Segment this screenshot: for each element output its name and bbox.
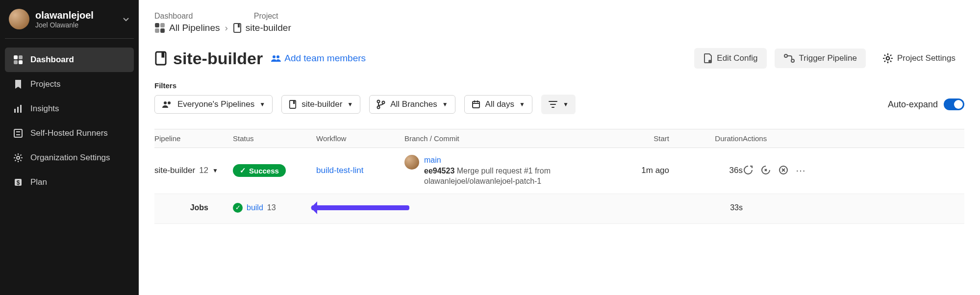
sidebar-item-runners[interactable]: Self-Hosted Runners: [5, 121, 134, 146]
calendar-icon: [472, 100, 480, 109]
branch-link[interactable]: main: [424, 156, 441, 164]
jobs-label: Jobs: [154, 203, 233, 212]
username: olawanlejoel: [35, 10, 116, 21]
svg-point-25: [791, 59, 794, 62]
svg-point-26: [886, 57, 890, 60]
sidebar-item-label: Projects: [30, 79, 60, 89]
sidebar-item-label: Insights: [30, 104, 59, 114]
job-link[interactable]: ✓ build 13: [233, 203, 316, 213]
svg-rect-5: [17, 107, 19, 113]
svg-point-10: [17, 156, 20, 159]
status-badge: ✓ Success: [233, 164, 286, 177]
sidebar-item-label: Organization Settings: [30, 153, 110, 163]
check-circle-icon: ✓: [240, 166, 246, 175]
svg-rect-16: [160, 28, 165, 33]
check-circle-icon: ✓: [233, 203, 243, 213]
job-duration: 33s: [679, 203, 743, 212]
caret-down-icon: ▼: [442, 101, 448, 108]
file-gear-icon: [703, 53, 713, 64]
trigger-pipeline-button[interactable]: Trigger Pipeline: [775, 49, 866, 68]
breadcrumb-labels: Dashboard Project: [154, 12, 964, 21]
auto-expand-toggle[interactable]: [944, 98, 964, 110]
svg-rect-2: [14, 60, 18, 64]
main: Dashboard Project All Pipelines › site-b…: [139, 0, 980, 295]
svg-point-33: [382, 101, 385, 104]
more-icon[interactable]: ⋯: [796, 165, 806, 176]
breadcrumb-project[interactable]: site-builder: [233, 23, 291, 33]
sidebar-item-plan[interactable]: $ Plan: [5, 170, 134, 195]
filter-project[interactable]: site-builder ▼: [281, 95, 360, 114]
filters-label: Filters: [154, 81, 964, 90]
svg-point-24: [784, 54, 787, 57]
rerun-failed-icon[interactable]: [760, 165, 771, 176]
caret-down-icon: ▼: [259, 101, 265, 108]
avatar: [404, 155, 419, 170]
svg-rect-13: [155, 23, 159, 27]
svg-point-31: [377, 100, 380, 103]
sidebar-item-projects[interactable]: Projects: [5, 72, 134, 97]
bookmark-icon: [233, 23, 242, 33]
pipeline-icon: [783, 53, 795, 63]
sidebar: olawanlejoel Joel Olawanle Dashboard Pro…: [0, 0, 139, 295]
commit-hash[interactable]: ee94523: [424, 167, 454, 175]
realname: Joel Olawanle: [35, 21, 116, 29]
grid-icon: [154, 23, 165, 33]
col-status: Status: [233, 134, 316, 143]
user-switcher[interactable]: olawanlejoel Joel Olawanle: [5, 9, 134, 39]
branch-icon: [377, 99, 385, 109]
svg-rect-34: [473, 101, 479, 108]
edit-config-button[interactable]: Edit Config: [694, 48, 766, 69]
breadcrumb-all-pipelines[interactable]: All Pipelines: [154, 23, 220, 33]
caret-down-icon: ▼: [212, 167, 218, 174]
svg-rect-0: [14, 55, 18, 59]
people-icon: [162, 100, 173, 108]
svg-point-21: [273, 55, 276, 58]
dollar-icon: $: [13, 177, 24, 188]
col-pipeline: Pipeline: [154, 134, 233, 143]
pipeline-cell[interactable]: site-builder 12 ▼: [154, 166, 233, 175]
svg-point-23: [708, 60, 711, 63]
filter-days[interactable]: All days ▼: [464, 95, 532, 114]
start-time: 1m ago: [591, 166, 679, 175]
bookmark-icon: [13, 79, 24, 90]
page-title: site-builder: [154, 49, 263, 68]
bookmark-icon: [154, 51, 167, 66]
duration: 36s: [679, 166, 743, 175]
svg-point-27: [164, 101, 167, 104]
svg-rect-3: [19, 60, 23, 64]
svg-rect-30: [293, 100, 295, 104]
col-duration: Duration: [679, 134, 743, 143]
sidebar-item-dashboard[interactable]: Dashboard: [5, 48, 134, 72]
sidebar-item-org-settings[interactable]: Organization Settings: [5, 146, 134, 170]
filter-pipelines[interactable]: Everyone's Pipelines ▼: [154, 95, 273, 114]
breadcrumb: All Pipelines › site-builder: [154, 23, 964, 33]
workflow-link[interactable]: build-test-lint: [316, 166, 363, 175]
svg-point-32: [377, 106, 380, 109]
sidebar-item-label: Self-Hosted Runners: [30, 128, 108, 138]
table-row: site-builder 12 ▼ ✓ Success build-test-l…: [154, 148, 964, 194]
gear-icon: [882, 53, 893, 64]
sidebar-item-label: Dashboard: [30, 55, 74, 65]
bookmark-icon: [289, 100, 297, 109]
col-actions: Actions: [743, 134, 821, 143]
cancel-icon[interactable]: [778, 165, 789, 176]
project-settings-button[interactable]: Project Settings: [874, 48, 964, 69]
svg-rect-6: [20, 105, 22, 113]
filter-branches[interactable]: All Branches ▼: [369, 95, 455, 114]
svg-rect-1: [19, 55, 23, 59]
col-workflow: Workflow: [316, 134, 404, 143]
svg-rect-15: [155, 28, 159, 33]
rerun-icon[interactable]: [743, 165, 754, 176]
filter-more[interactable]: ▼: [541, 95, 576, 114]
chart-icon: [13, 103, 24, 114]
svg-text:$: $: [17, 179, 20, 186]
col-branch: Branch / Commit: [404, 134, 591, 143]
col-start: Start: [591, 134, 679, 143]
sidebar-item-insights[interactable]: Insights: [5, 97, 134, 121]
avatar: [9, 9, 29, 29]
arrow-annotation: [311, 205, 409, 210]
dashboard-icon: [13, 54, 24, 65]
add-team-link[interactable]: Add team members: [271, 53, 366, 64]
svg-rect-20: [161, 52, 164, 58]
svg-rect-7: [14, 129, 22, 137]
